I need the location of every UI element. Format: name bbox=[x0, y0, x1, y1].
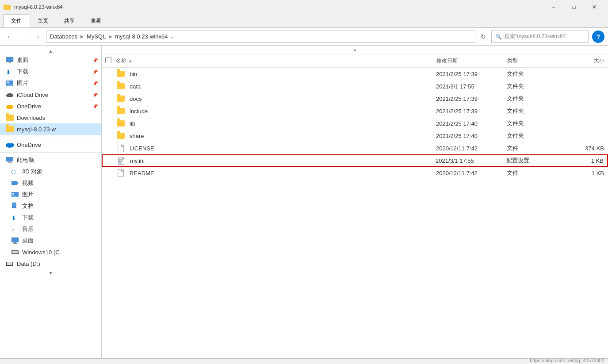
svg-point-18 bbox=[10, 143, 14, 147]
file-size-cell: 374 KB bbox=[560, 145, 604, 152]
sidebar-item-windows10[interactable]: Windows10 (C bbox=[0, 246, 101, 258]
svg-rect-19 bbox=[6, 157, 13, 161]
sidebar-label-pictures-top: 图片 bbox=[17, 79, 28, 87]
svg-rect-35 bbox=[14, 242, 16, 243]
search-icon: 🔍 bbox=[495, 34, 502, 40]
svg-rect-38 bbox=[12, 251, 18, 254]
tab-share[interactable]: 共享 bbox=[57, 14, 82, 27]
sidebar-item-onedrive-personal[interactable]: OneDrive 📌 bbox=[0, 100, 101, 112]
pictures-icon-pc bbox=[11, 190, 19, 199]
file-name-cell: docs bbox=[116, 94, 436, 103]
col-size-header[interactable]: 大小 bbox=[560, 57, 604, 65]
collapse-bar: ▲ bbox=[102, 46, 608, 54]
sidebar-item-music[interactable]: ♪ 音乐 bbox=[0, 223, 101, 235]
table-row[interactable]: share2021/2/25 17:40文件夹 bbox=[102, 130, 608, 142]
file-size-cell: 1 KB bbox=[560, 170, 604, 176]
sidebar-item-3d[interactable]: ⬡ 3D 对象 bbox=[0, 166, 101, 177]
sidebar-item-desktop-top[interactable]: 桌面 📌 bbox=[0, 54, 101, 66]
sidebar-divider-1 bbox=[0, 137, 101, 137]
svg-rect-1 bbox=[4, 4, 6, 6]
sidebar-item-videos[interactable]: 视频 bbox=[0, 177, 101, 189]
file-date-cell: 2020/12/11 7:42 bbox=[436, 170, 507, 176]
file-type-cell: 文件夹 bbox=[507, 119, 560, 127]
sidebar-label-data-d: Data (D:) bbox=[17, 261, 40, 267]
file-type-cell: 文件夹 bbox=[507, 95, 560, 103]
forward-button[interactable]: → bbox=[18, 31, 30, 43]
svg-rect-41 bbox=[7, 262, 12, 265]
sidebar-item-downloads-pc[interactable]: ⬇ 下载 bbox=[0, 212, 101, 223]
tab-home[interactable]: 主页 bbox=[30, 14, 56, 27]
table-row[interactable]: README2020/12/11 7:42文件1 KB bbox=[102, 167, 608, 179]
sidebar-item-data-d[interactable]: Data (D:) bbox=[0, 258, 101, 269]
sidebar-item-mysql[interactable]: mysql-8.0.23-w bbox=[0, 123, 101, 135]
tab-file[interactable]: 文件 bbox=[4, 14, 29, 27]
sidebar-label-downloads-pc: 下载 bbox=[22, 214, 34, 222]
ribbon: 文件 主页 共享 查看 bbox=[0, 14, 608, 28]
select-all-checkbox[interactable] bbox=[105, 57, 111, 63]
table-row[interactable]: bin2021/2/25 17:39文件夹 bbox=[102, 68, 608, 80]
search-placeholder: 搜索"mysql-8.0.23-winx64" bbox=[505, 33, 568, 40]
sidebar-label-downloads-main: Downloads bbox=[17, 115, 45, 121]
svg-point-14 bbox=[7, 105, 10, 108]
svg-text:⬡: ⬡ bbox=[11, 169, 15, 175]
close-button[interactable]: ✕ bbox=[584, 0, 604, 14]
refresh-button[interactable]: ↻ bbox=[477, 31, 489, 43]
help-button[interactable]: ? bbox=[592, 31, 604, 43]
file-date-cell: 2021/3/1 17:55 bbox=[436, 157, 506, 164]
sidebar-label-mysql: mysql-8.0.23-w bbox=[17, 126, 56, 133]
maximize-button[interactable]: □ bbox=[564, 0, 584, 14]
icloud-icon bbox=[5, 90, 14, 99]
sidebar-label-downloads-top: 下载 bbox=[17, 68, 28, 76]
col-name-header[interactable]: 名称 ▲ bbox=[116, 57, 436, 65]
sidebar-item-documents[interactable]: 文档 bbox=[0, 200, 101, 212]
sidebar-item-icloud[interactable]: iCloud Drive 📌 bbox=[0, 89, 101, 100]
col-date-header[interactable]: 修改日期 bbox=[436, 57, 507, 65]
sidebar-item-downloads-main[interactable]: Downloads bbox=[0, 112, 101, 123]
file-type-cell: 文件夹 bbox=[507, 82, 560, 90]
file-name-text: data bbox=[130, 83, 436, 90]
table-row[interactable]: lib2021/2/25 17:40文件夹 bbox=[102, 117, 608, 130]
path-arrow-2: ► bbox=[107, 33, 113, 40]
file-date-cell: 2021/2/25 17:39 bbox=[436, 108, 507, 115]
col-type-header[interactable]: 类型 bbox=[507, 57, 560, 65]
svg-rect-31 bbox=[12, 206, 15, 206]
table-row[interactable]: my.ini2021/3/1 17:55配置设置1 KB bbox=[102, 154, 608, 167]
sidebar-scroll-up[interactable]: ▲ bbox=[0, 47, 101, 54]
svg-text:♪: ♪ bbox=[11, 226, 15, 233]
svg-point-17 bbox=[6, 143, 10, 147]
search-box[interactable]: 🔍 搜索"mysql-8.0.23-winx64" bbox=[491, 31, 589, 43]
table-row[interactable]: include2021/2/25 17:39文件夹 bbox=[102, 105, 608, 117]
sidebar-item-this-pc[interactable]: 此电脑 bbox=[0, 154, 101, 166]
sidebar-item-pictures-top[interactable]: 图片 📌 bbox=[0, 77, 101, 89]
desktop-icon-pc bbox=[11, 236, 19, 245]
back-button[interactable]: ← bbox=[4, 31, 16, 43]
file-name-text: LICENSE bbox=[130, 145, 436, 152]
svg-rect-4 bbox=[8, 63, 11, 63]
col-size-label: 大小 bbox=[594, 57, 604, 64]
onedrive-icon-personal bbox=[5, 102, 14, 111]
file-name-cell: bin bbox=[116, 69, 436, 78]
sidebar-scroll-down[interactable]: ▼ bbox=[0, 269, 101, 276]
svg-rect-42 bbox=[6, 265, 13, 266]
table-row[interactable]: LICENSE2020/12/11 7:42文件374 KB bbox=[102, 142, 608, 154]
folder-file-icon bbox=[116, 69, 125, 78]
file-name-text: my.ini bbox=[130, 157, 436, 164]
file-name-text: lib bbox=[130, 120, 436, 127]
svg-point-7 bbox=[7, 81, 9, 83]
address-path[interactable]: Databases ► MySQL ► mysql-8.0.23-winx64 … bbox=[46, 31, 475, 43]
tab-view[interactable]: 查看 bbox=[83, 14, 109, 27]
minimize-button[interactable]: − bbox=[543, 0, 564, 14]
sidebar-item-desktop-pc[interactable]: 桌面 bbox=[0, 235, 101, 246]
file-type-cell: 配置设置 bbox=[506, 157, 559, 165]
sidebar-item-downloads-top[interactable]: ⬇ 下载 📌 bbox=[0, 66, 101, 77]
up-button[interactable]: ↑ bbox=[32, 31, 44, 43]
ini-file-icon bbox=[117, 156, 126, 165]
table-row[interactable]: data2021/3/1 17:55文件夹 bbox=[102, 80, 608, 92]
svg-text:⬇: ⬇ bbox=[6, 69, 11, 75]
collapse-arrow[interactable]: ▲ bbox=[353, 47, 357, 52]
folder-file-icon bbox=[116, 94, 125, 103]
table-row[interactable]: docs2021/2/25 17:39文件夹 bbox=[102, 92, 608, 105]
sidebar-item-onedrive-section[interactable]: OneDrive bbox=[0, 139, 101, 150]
file-date-cell: 2021/2/25 17:40 bbox=[436, 133, 507, 139]
sidebar-item-pictures-pc[interactable]: 图片 bbox=[0, 189, 101, 200]
